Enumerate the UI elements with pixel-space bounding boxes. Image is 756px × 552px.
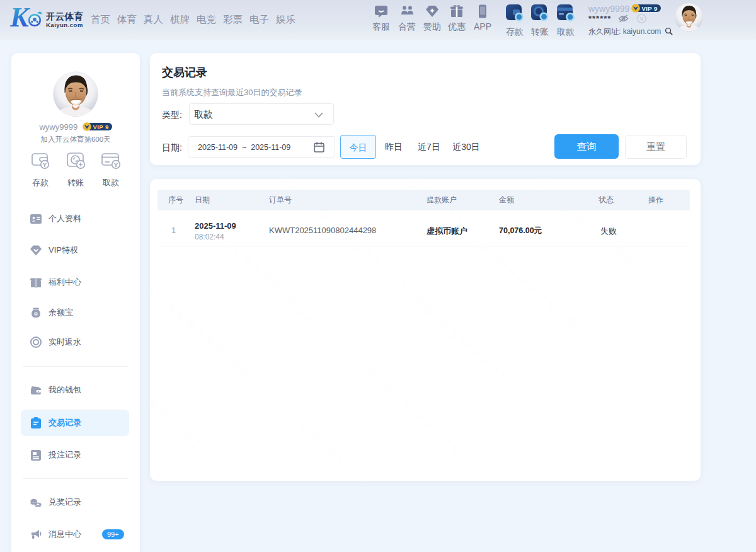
svg-text:K: K [9,2,30,33]
svg-text:Kaiyun.com: Kaiyun.com [46,21,83,28]
svg-text:VIP 9: VIP 9 [642,5,658,12]
svg-text:开云体育: 开云体育 [45,11,83,21]
svg-text:VIP 9: VIP 9 [93,124,108,130]
